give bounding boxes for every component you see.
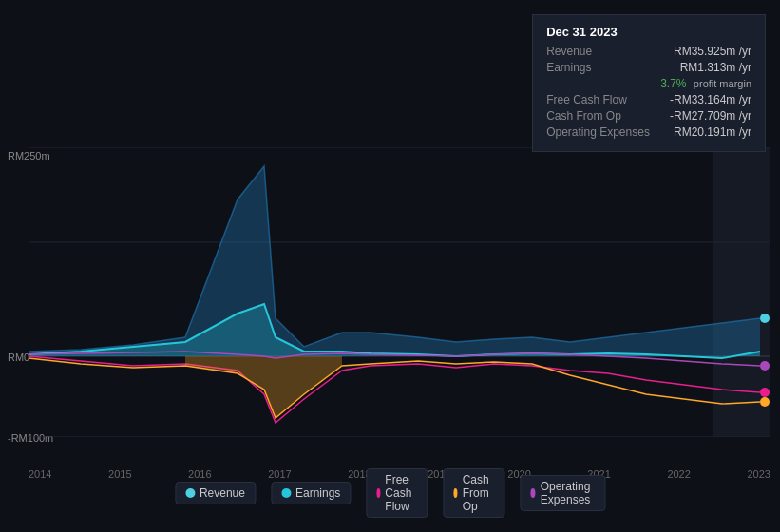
- legend-dot-opex: [530, 488, 535, 498]
- tooltip-label-fcf: Free Cash Flow: [546, 93, 660, 106]
- tooltip-label-revenue: Revenue: [546, 45, 660, 58]
- x-label-2014: 2014: [29, 468, 51, 480]
- legend-item-opex[interactable]: Operating Expenses: [520, 475, 605, 511]
- x-label-2015: 2015: [108, 468, 131, 480]
- profit-margin-label: profit margin: [694, 78, 751, 89]
- tooltip-label-cfo: Cash From Op: [546, 109, 660, 123]
- profit-pct: 3.7%: [660, 77, 686, 90]
- tooltip-value-earnings: RM1.313m /yr: [680, 61, 751, 74]
- y-label-zero: RM0: [8, 352, 29, 363]
- tooltip-row-opex: Operating Expenses RM20.191m /yr: [546, 125, 751, 139]
- legend-item-fcf[interactable]: Free Cash Flow: [366, 468, 428, 518]
- svg-point-8: [760, 361, 770, 370]
- legend-dot-fcf: [376, 488, 380, 498]
- tooltip-row-cfo: Cash From Op -RM27.709m /yr: [546, 109, 751, 123]
- tooltip-row-margin: 3.7% profit margin: [546, 77, 751, 90]
- tooltip-date: Dec 31 2023: [546, 25, 751, 39]
- chart-svg: [29, 147, 770, 437]
- svg-point-7: [760, 397, 770, 407]
- svg-point-6: [760, 388, 770, 397]
- legend-label-cfo: Cash From Op: [463, 473, 495, 513]
- legend-dot-cfo: [453, 488, 457, 498]
- legend-label-opex: Operating Expenses: [541, 480, 595, 506]
- chart-container: Dec 31 2023 Revenue RM35.925m /yr Earnin…: [0, 0, 780, 532]
- legend-dot-revenue: [185, 488, 195, 498]
- tooltip-row-revenue: Revenue RM35.925m /yr: [546, 45, 751, 58]
- x-label-2023: 2023: [747, 468, 770, 480]
- x-label-2022: 2022: [667, 468, 690, 480]
- legend: Revenue Earnings Free Cash Flow Cash Fro…: [175, 468, 605, 518]
- legend-label-fcf: Free Cash Flow: [385, 473, 417, 513]
- legend-label-earnings: Earnings: [295, 486, 340, 500]
- tooltip-value-cfo: -RM27.709m /yr: [670, 109, 751, 123]
- tooltip-value-opex: RM20.191m /yr: [674, 125, 751, 139]
- tooltip-label-opex: Operating Expenses: [546, 125, 660, 139]
- tooltip-box: Dec 31 2023 Revenue RM35.925m /yr Earnin…: [532, 14, 766, 152]
- svg-point-5: [760, 314, 770, 323]
- tooltip-value-fcf: -RM33.164m /yr: [670, 93, 751, 106]
- tooltip-row-fcf: Free Cash Flow -RM33.164m /yr: [546, 93, 751, 106]
- legend-dot-earnings: [281, 488, 291, 498]
- tooltip-value-margin: 3.7% profit margin: [660, 77, 751, 90]
- legend-item-earnings[interactable]: Earnings: [271, 482, 351, 504]
- legend-label-revenue: Revenue: [200, 486, 245, 500]
- legend-item-revenue[interactable]: Revenue: [175, 482, 256, 504]
- tooltip-row-earnings: Earnings RM1.313m /yr: [546, 61, 751, 74]
- tooltip-label-earnings: Earnings: [546, 61, 660, 74]
- tooltip-value-revenue: RM35.925m /yr: [674, 45, 751, 58]
- legend-item-cfo[interactable]: Cash From Op: [443, 468, 504, 518]
